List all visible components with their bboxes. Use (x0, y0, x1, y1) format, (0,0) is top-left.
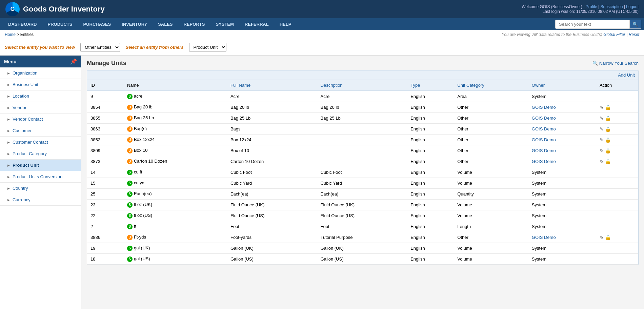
edit-icon[interactable]: ✎ (600, 137, 604, 143)
lock-icon[interactable]: 🔒 (605, 159, 611, 164)
cell-description (317, 145, 407, 156)
sidebar-item-country[interactable]: ► Country (0, 183, 81, 194)
search-button[interactable]: 🔍 (630, 20, 641, 29)
lock-icon[interactable]: 🔒 (605, 148, 611, 153)
sidebar-item-label: Customer Contact (13, 140, 48, 145)
cell-owner: GOIS Demo (528, 145, 596, 156)
units-table: ID Name Full Name Description Type Unit … (87, 80, 638, 265)
col-description-link[interactable]: Description (321, 83, 343, 88)
cell-id: 23 (87, 200, 124, 210)
owner-link[interactable]: GOIS Demo (532, 235, 556, 240)
cell-type: English (407, 189, 454, 200)
cell-type: English (407, 232, 454, 243)
col-type: Type (407, 80, 454, 91)
breadcrumb-home[interactable]: Home (5, 32, 16, 37)
sidebar-item-currency[interactable]: ► Currency (0, 194, 81, 206)
cell-description: Cubic Foot (317, 167, 407, 178)
table-row: 2 Sft Foot Foot English Length System (87, 221, 638, 232)
cell-fullname: Box 12x24 (227, 135, 317, 145)
logo-area: G Goods Order Inventory (5, 2, 105, 16)
cell-fullname: Foot (227, 221, 317, 232)
cell-id: 3809 (87, 145, 124, 156)
entity-select-1[interactable]: Other Entities (80, 43, 120, 52)
nav-purchases[interactable]: PURCHASES (78, 18, 116, 30)
edit-icon[interactable]: ✎ (600, 148, 604, 153)
nav-system[interactable]: SYSTEM (210, 18, 239, 30)
global-filter-link[interactable]: Global Filter (603, 32, 625, 37)
unit-status-icon: S (127, 170, 133, 175)
cell-owner: System (528, 167, 596, 178)
viewing-info: You are viewing 'All' data related to th… (502, 32, 639, 37)
sidebar-item-customer[interactable]: ► Customer (0, 125, 81, 137)
col-fullname-link[interactable]: Full Name (230, 83, 250, 88)
breadcrumb-current: Entities (20, 32, 34, 37)
owner-link[interactable]: GOIS Demo (532, 148, 556, 153)
table-row: 9 Sacre Acre Acre English Area System (87, 91, 638, 102)
cell-type: English (407, 254, 454, 265)
lock-icon[interactable]: 🔒 (605, 116, 611, 121)
sidebar-item-label: Vendor Contact (13, 117, 43, 122)
sidebar-item-vendor-contact[interactable]: ► Vendor Contact (0, 114, 81, 125)
cell-type: English (407, 200, 454, 210)
table-row: 3855 UBag 25 Lb Bag 25 Lb Bag 25 Lb Engl… (87, 113, 638, 124)
nav-products[interactable]: PRODUCTS (42, 18, 78, 30)
nav-referral[interactable]: REFERRAL (239, 18, 274, 30)
sidebar-item-product-unit[interactable]: ► Product Unit (0, 160, 81, 171)
sidebar-item-businessunit[interactable]: ► BusinessUnit (0, 79, 81, 90)
cell-type: English (407, 156, 454, 167)
owner-link[interactable]: GOIS Demo (532, 126, 556, 131)
narrow-search-button[interactable]: 🔍 Narrow Your Search (592, 61, 639, 66)
reset-link[interactable]: Reset (629, 32, 639, 37)
nav-reports[interactable]: REPORTS (178, 18, 210, 30)
lock-icon[interactable]: 🔒 (605, 137, 611, 143)
chevron-right-icon: ► (7, 71, 11, 75)
search-icon: 🔍 (592, 61, 598, 66)
owner-text: System (532, 202, 546, 207)
lock-icon[interactable]: 🔒 (605, 105, 611, 110)
pin-icon[interactable]: 📌 (70, 58, 77, 65)
edit-icon[interactable]: ✎ (600, 126, 604, 132)
entity-select-2[interactable]: Product Unit (189, 43, 226, 52)
lock-icon[interactable]: 🔒 (605, 235, 611, 240)
nav-dashboard[interactable]: DASHBOARD (3, 18, 42, 30)
sidebar-item-customer-contact[interactable]: ► Customer Contact (0, 137, 81, 148)
sidebar-item-organization[interactable]: ► Organization (0, 67, 81, 79)
subscription-link[interactable]: Subscription (600, 4, 623, 9)
lock-icon[interactable]: 🔒 (605, 126, 611, 132)
sidebar-item-vendor[interactable]: ► Vendor (0, 102, 81, 114)
owner-link[interactable]: GOIS Demo (532, 137, 556, 142)
table-container: Add Unit ID Name Full Name Description T… (87, 70, 639, 265)
nav-inventory[interactable]: INVENTORY (116, 18, 153, 30)
welcome-text: Welcome GOIS (BusinessOwner) | (522, 4, 585, 9)
owner-link[interactable]: GOIS Demo (532, 105, 556, 110)
col-category-link[interactable]: Unit Category (457, 83, 484, 88)
entity-label-2: Select an entity from others (125, 45, 183, 50)
col-owner-link[interactable]: Owner (532, 83, 545, 88)
sidebar-item-location[interactable]: ► Location (0, 90, 81, 102)
logout-link[interactable]: Logout (626, 4, 639, 9)
cell-type: English (407, 145, 454, 156)
sidebar-item-product-units-conversion[interactable]: ► Product Units Conversion (0, 171, 81, 183)
col-owner: Owner (528, 80, 596, 91)
nav-help[interactable]: HELP (274, 18, 297, 30)
cell-name: UBox 10 (124, 145, 227, 156)
cell-type: English (407, 113, 454, 124)
edit-icon[interactable]: ✎ (600, 105, 604, 110)
col-type-link[interactable]: Type (410, 83, 420, 88)
edit-icon[interactable]: ✎ (600, 235, 604, 240)
edit-icon[interactable]: ✎ (600, 159, 604, 164)
profile-link[interactable]: Profile (586, 4, 597, 9)
add-unit-button[interactable]: Add Unit (618, 73, 635, 78)
owner-link[interactable]: GOIS Demo (532, 159, 556, 164)
cell-category: Volume (454, 210, 528, 221)
sidebar-item-label: Location (13, 94, 29, 99)
sidebar-item-product-category[interactable]: ► Product Category (0, 148, 81, 160)
app-logo: G (5, 2, 20, 16)
nav-sales[interactable]: SALES (153, 18, 178, 30)
breadcrumb-bar: Home > Entities You are viewing 'All' da… (0, 30, 644, 39)
unit-status-icon: U (127, 159, 133, 164)
search-input[interactable] (555, 20, 630, 29)
viewing-text: You are viewing 'All' data related to th… (502, 32, 602, 37)
edit-icon[interactable]: ✎ (600, 116, 604, 121)
owner-link[interactable]: GOIS Demo (532, 116, 556, 121)
